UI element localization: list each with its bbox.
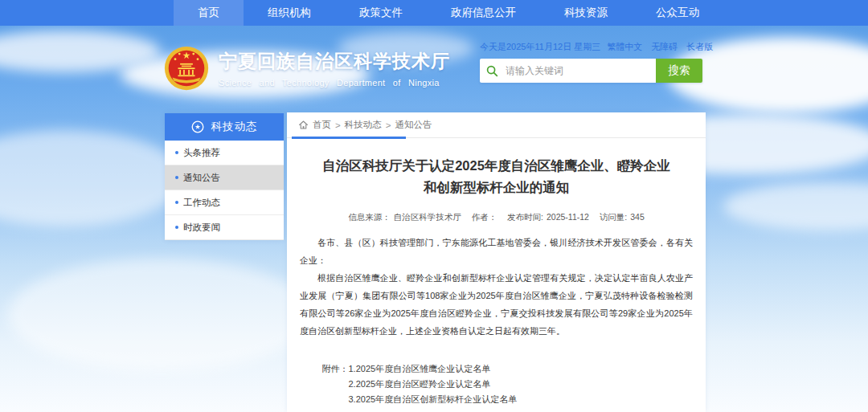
article-paragraph: 各市、县（区）科技管理部门，宁东能源化工基地管委会，银川经济技术开发区管委会，各… [300, 234, 693, 269]
bullet-dot-icon [175, 151, 178, 154]
breadcrumb-notices[interactable]: 通知公告 [395, 119, 432, 131]
quick-links: 繁體中文 无障碍 长者版 [600, 41, 713, 53]
breadcrumb-separator: > [335, 120, 341, 130]
attachments-block: 附件： 1.2025年度自治区雏鹰企业认定名单 2.2025年度自治区瞪羚企业认… [300, 361, 693, 407]
search-bar: 搜索 [480, 59, 702, 83]
attachment-item[interactable]: 2.2025年度自治区瞪羚企业认定名单 [349, 377, 518, 392]
header-utilities: 今天是2025年11月12日 星期三 繁體中文 无障碍 长者版 搜索 [480, 41, 702, 83]
breadcrumb: 首页 > 科技动态 > 通知公告 [287, 112, 706, 138]
article-meta: 信息来源：自治区科学技术厅 作者： 发布时间:2025-11-12 访问量:34… [300, 212, 693, 223]
search-input[interactable] [504, 59, 656, 82]
article-body: 各市、县（区）科技管理部门，宁东能源化工基地管委会，银川经济技术开发区管委会，各… [300, 234, 693, 340]
breadcrumb-scitech-news[interactable]: 科技动态 [345, 119, 382, 131]
link-accessibility[interactable]: 无障碍 [651, 42, 678, 51]
article: 自治区科技厅关于认定2025年度自治区雏鹰企业、瞪羚企业和创新型标杆企业的通知 … [287, 155, 706, 407]
bullet-dot-icon [175, 201, 178, 204]
breadcrumb-home[interactable]: 首页 [313, 119, 331, 131]
sidebar-item-label: 通知公告 [183, 173, 220, 182]
link-senior-version[interactable]: 长者版 [686, 42, 713, 51]
meta-source-label: 信息来源： [348, 212, 391, 222]
sidebar-header: 科技动态 [165, 113, 284, 141]
home-icon [298, 120, 309, 130]
search-icon [480, 65, 504, 77]
bullet-dot-icon [175, 176, 178, 179]
nav-item-gov-info-disclosure[interactable]: 政府信息公开 [427, 0, 540, 26]
attachment-item[interactable]: 3.2025年度自治区创新型标杆企业认定名单 [349, 392, 518, 407]
attachments-list: 1.2025年度自治区雏鹰企业认定名单 2.2025年度自治区瞪羚企业认定名单 … [349, 361, 518, 407]
meta-author-label: 作者： [472, 212, 497, 222]
search-button[interactable]: 搜索 [656, 59, 702, 83]
sidebar-scitech-news: 科技动态 头条推荐 通知公告 工作动态 时政要闻 [165, 113, 284, 240]
meta-visits-label: 访问量: [600, 212, 627, 222]
main-content-panel: 首页 > 科技动态 > 通知公告 自治区科技厅关于认定2025年度自治区雏鹰企业… [287, 112, 706, 412]
sidebar-item-notices-announcements[interactable]: 通知公告 [165, 165, 284, 190]
cloud [723, 182, 868, 230]
national-emblem-icon [164, 46, 209, 91]
cloud [0, 130, 185, 226]
nav-item-public-interaction[interactable]: 公众互动 [632, 0, 723, 26]
sidebar-item-headline-recommendations[interactable]: 头条推荐 [165, 141, 284, 165]
nav-item-home[interactable]: 首页 [174, 0, 244, 26]
current-date-text: 今天是2025年11月12日 星期三 [480, 41, 600, 53]
sidebar-title: 科技动态 [211, 120, 258, 134]
cloud [8, 259, 313, 371]
meta-publish-label: 发布时间: [507, 212, 543, 222]
breadcrumb-separator: > [386, 120, 391, 130]
attachments-label: 附件： [322, 361, 349, 407]
sidebar-item-label: 时政要闻 [183, 222, 220, 232]
nav-item-policy-documents[interactable]: 政策文件 [335, 0, 427, 26]
site-subtitle: Science and Technology Department of Nin… [219, 78, 450, 88]
star-circle-icon [191, 120, 204, 133]
sidebar-item-current-politics-news[interactable]: 时政要闻 [165, 215, 284, 240]
meta-publish-date: 2025-11-12 [547, 212, 589, 222]
sidebar-item-work-updates[interactable]: 工作动态 [165, 190, 284, 215]
sidebar-item-label: 头条推荐 [183, 148, 220, 157]
bullet-dot-icon [175, 226, 178, 229]
article-paragraph: 根据自治区雏鹰企业、瞪羚企业和创新型标杆企业认定管理有关规定，决定认定半亩良人农… [300, 269, 693, 340]
nav-item-scitech-resources[interactable]: 科技资源 [540, 0, 632, 26]
meta-source-value: 自治区科学技术厅 [394, 212, 461, 222]
site-logo: 宁夏回族自治区科学技术厅 Science and Technology Depa… [164, 46, 450, 91]
article-title: 自治区科技厅关于认定2025年度自治区雏鹰企业、瞪羚企业和创新型标杆企业的通知 [320, 155, 674, 198]
sidebar-item-label: 工作动态 [183, 198, 220, 207]
site-title: 宁夏回族自治区科学技术厅 [219, 49, 450, 74]
meta-visits-value: 345 [630, 212, 645, 222]
nav-item-organization[interactable]: 组织机构 [244, 0, 335, 26]
link-traditional-chinese[interactable]: 繁體中文 [607, 42, 642, 51]
attachment-item[interactable]: 1.2025年度自治区雏鹰企业认定名单 [349, 361, 518, 377]
top-navigation: 首页 组织机构 政策文件 政府信息公开 科技资源 公众互动 [0, 0, 868, 26]
